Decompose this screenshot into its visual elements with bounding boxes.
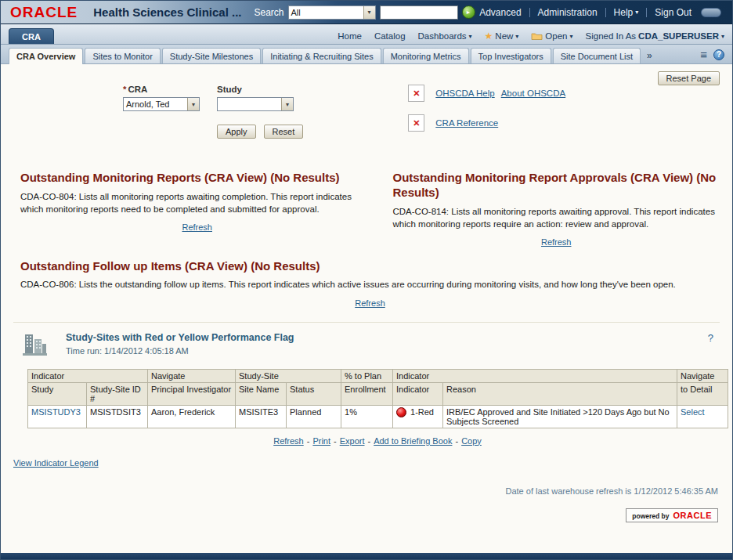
chevron-down-icon[interactable]: ▾ xyxy=(363,6,375,19)
add-to-briefing-book-link[interactable]: Add to Briefing Book xyxy=(374,436,452,446)
chevron-down-icon[interactable]: ▾ xyxy=(281,98,293,110)
study-select[interactable]: ▾ xyxy=(217,97,294,111)
reset-button[interactable]: Reset xyxy=(264,125,304,139)
advanced-link[interactable]: Advanced xyxy=(479,7,521,18)
app-title: Health Sciences Clinical ... xyxy=(93,5,241,19)
study-link[interactable]: MSISTUDY3 xyxy=(31,407,81,417)
powered-by-badge: powered by ORACLE xyxy=(626,508,718,522)
application-window: ORACLE Health Sciences Clinical ... Sear… xyxy=(0,0,733,560)
separator: - xyxy=(455,436,458,446)
nav-home[interactable]: Home xyxy=(338,31,362,41)
principal-investigator-cell: Aaron, Frederick xyxy=(148,405,236,428)
sign-out-link[interactable]: Sign Out xyxy=(655,7,691,18)
help-menu-label: Help xyxy=(614,7,634,18)
indicator-cell: 1-Red xyxy=(396,407,439,417)
report-help-link[interactable]: ? xyxy=(708,332,713,344)
window-pill-button[interactable] xyxy=(701,8,721,17)
section-title: Outstanding Follow up Items (CRA View) (… xyxy=(20,259,720,274)
refresh-link[interactable]: Refresh xyxy=(273,436,304,446)
dashboard-group-tab-cra[interactable]: CRA xyxy=(9,28,54,44)
performance-flag-table: Indicator Navigate Study-Site % to Plan … xyxy=(27,369,728,428)
col-header-site-name: Site Name xyxy=(236,382,287,405)
help-menu[interactable]: Help ▾ xyxy=(614,7,639,18)
tab-site-document-list[interactable]: Site Document List xyxy=(553,48,641,63)
export-link[interactable]: Export xyxy=(340,436,365,446)
prompt-section: *CRA Arnold, Ted ▾ Study ▾ Apply Reset xyxy=(13,64,720,144)
cra-select[interactable]: Arnold, Ted ▾ xyxy=(123,97,200,111)
site-name-cell: MSISITE3 xyxy=(236,405,287,428)
cra-select-value: Arnold, Ted xyxy=(124,98,187,110)
table-column-header-row: Study Study-Site ID # Principal Investig… xyxy=(28,382,728,405)
search-label: Search xyxy=(254,7,283,18)
tab-top-investigators[interactable]: Top Investigators xyxy=(471,48,551,63)
ohscda-help-link[interactable]: OHSCDA Help xyxy=(435,89,494,98)
tab-study-site-milestones[interactable]: Study-Site Milestones xyxy=(162,48,261,63)
help-icon[interactable]: ? xyxy=(713,49,724,60)
refresh-link[interactable]: Refresh xyxy=(182,222,212,232)
flag-report-header: Study-Sites with Red or Yellow Performan… xyxy=(20,332,720,356)
reset-page-button[interactable]: Reset Page xyxy=(658,71,720,85)
group-header-navigate: Navigate xyxy=(148,369,236,382)
cra-label-text: CRA xyxy=(128,85,147,94)
tabs-overflow-button[interactable]: » xyxy=(642,48,657,63)
reference-links: CRA Reference xyxy=(435,118,498,128)
col-header-status: Status xyxy=(287,382,341,405)
copy-link[interactable]: Copy xyxy=(461,436,482,446)
dashboard-content: Reset Page *CRA Arnold, Ted ▾ Study ▾ xyxy=(1,64,732,553)
broken-image-x: ✕ xyxy=(413,119,420,128)
oracle-logo: ORACLE xyxy=(5,4,82,21)
tab-sites-to-monitor[interactable]: Sites to Monitor xyxy=(85,48,160,63)
tab-monitoring-metrics[interactable]: Monitoring Metrics xyxy=(383,48,469,63)
nav-new-menu[interactable]: ★ New ▾ xyxy=(485,31,519,41)
section-title: Outstanding Monitoring Report Approvals … xyxy=(392,171,720,201)
refresh-link[interactable]: Refresh xyxy=(355,298,385,308)
view-indicator-legend-link[interactable]: View Indicator Legend xyxy=(13,458,99,468)
help-links: OHSCDA Help About OHSCDA xyxy=(435,89,565,98)
search-scope-select[interactable]: All ▾ xyxy=(288,5,376,20)
red-status-icon xyxy=(396,407,406,417)
separator: - xyxy=(334,436,337,446)
divider xyxy=(605,8,606,17)
select-link[interactable]: Select xyxy=(681,407,705,417)
search-input[interactable] xyxy=(380,5,458,20)
global-header: ORACLE Health Sciences Clinical ... Sear… xyxy=(1,1,732,24)
chevron-down-icon: ▾ xyxy=(721,33,724,40)
apply-button[interactable]: Apply xyxy=(217,125,256,139)
tab-cra-overview[interactable]: CRA Overview xyxy=(9,48,83,64)
signed-in-menu[interactable]: Signed In As CDA_SUPERUSER ▾ xyxy=(586,31,724,41)
section-description: CDA-CO-806: Lists the outstanding follow… xyxy=(20,278,710,291)
nav-dashboards-menu[interactable]: Dashboards ▾ xyxy=(418,31,472,41)
col-header-principal-investigator: Principal Investigator xyxy=(148,382,236,405)
nav-open-menu[interactable]: Open ▾ xyxy=(531,31,572,41)
col-header-study-site-id: Study-Site ID # xyxy=(87,382,148,405)
cra-field: *CRA Arnold, Ted ▾ xyxy=(123,85,200,111)
divider xyxy=(529,8,530,17)
oracle-logo-small: ORACLE xyxy=(673,511,712,520)
search-go-button[interactable]: ► xyxy=(462,5,475,19)
tab-initiating-recruiting-sites[interactable]: Initiating & Recruiting Sites xyxy=(262,48,381,63)
cra-reference-link[interactable]: CRA Reference xyxy=(435,118,498,128)
col-header-to-detail: to Detail xyxy=(677,382,728,405)
administration-link[interactable]: Administration xyxy=(538,7,598,18)
tabbar-icons: ≡ ? xyxy=(700,49,724,63)
page-options-menu-icon[interactable]: ≡ xyxy=(700,49,707,60)
refresh-link[interactable]: Refresh xyxy=(541,237,572,247)
broken-image-x: ✕ xyxy=(413,89,420,98)
print-link[interactable]: Print xyxy=(312,436,330,446)
go-arrow-icon: ► xyxy=(466,9,471,15)
quick-links: ✕ OHSCDA Help About OHSCDA ✕ CRA Referen… xyxy=(408,85,565,144)
global-search: Search All ▾ ► xyxy=(254,5,475,20)
col-header-enrollment: Enrollment xyxy=(341,382,393,405)
header-links: Advanced Administration Help ▾ Sign Out xyxy=(479,7,728,18)
group-header-navigate-2: Navigate xyxy=(677,369,728,382)
separator: - xyxy=(307,436,310,446)
about-ohscda-link[interactable]: About OHSCDA xyxy=(501,89,565,98)
nav-catalog[interactable]: Catalog xyxy=(374,31,406,41)
chevron-down-icon[interactable]: ▾ xyxy=(187,98,199,110)
nav-new-label: New xyxy=(495,31,513,41)
required-marker: * xyxy=(123,85,126,94)
nav-open-label: Open xyxy=(545,31,567,41)
study-select-value xyxy=(218,98,281,110)
warehouse-refresh-note: Date of last warehouse refresh is 1/12/2… xyxy=(13,486,720,496)
cra-field-label: *CRA xyxy=(123,85,200,94)
